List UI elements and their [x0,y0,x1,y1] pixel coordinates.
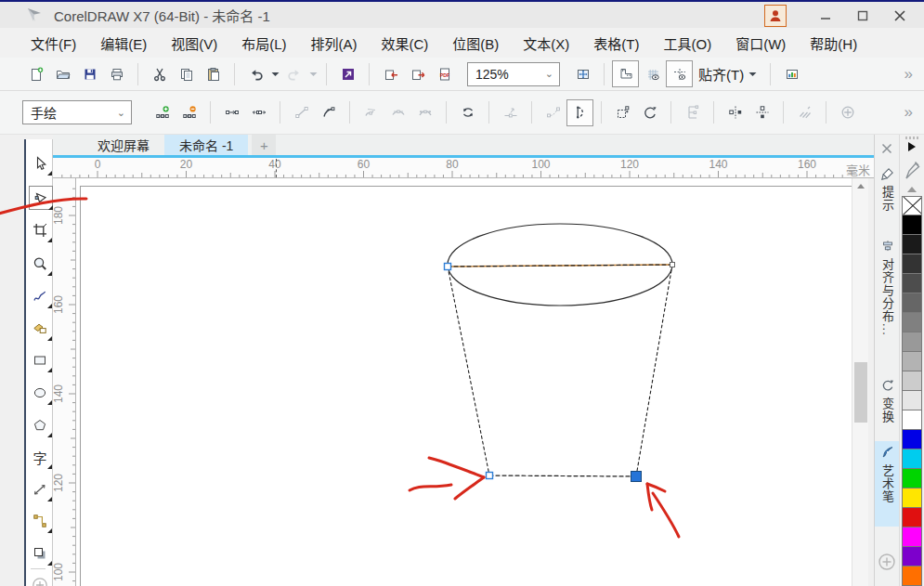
polygon-tool[interactable] [29,414,51,436]
show-grid-button[interactable] [639,60,666,87]
delete-node-button[interactable] [176,99,202,126]
menu-item-11[interactable]: 窗口(W) [723,30,798,57]
color-swatch[interactable] [902,215,922,235]
extract-subpath-button[interactable] [497,99,524,126]
snap-to-dropdown[interactable]: 贴齐(T) [693,64,762,84]
menu-item-4[interactable]: 布局(L) [229,30,298,57]
rotate-nodes-button[interactable] [636,99,663,126]
fullscreen-preview-button[interactable] [569,60,596,87]
color-swatch[interactable] [902,430,922,449]
color-swatch[interactable] [902,332,922,352]
menu-item-1[interactable]: 文件(F) [19,30,88,57]
color-swatch[interactable] [902,274,922,293]
menu-item-3[interactable]: 视图(V) [159,30,229,57]
extend-curve-button[interactable] [540,99,566,126]
new-button[interactable] [22,60,49,87]
stretch-nodes-button[interactable] [609,99,636,126]
menu-item-6[interactable]: 效果(C) [370,30,441,57]
select-all-nodes-button[interactable] [834,99,861,126]
menu-item-9[interactable]: 表格(T) [581,30,651,57]
show-rulers-button[interactable] [612,60,639,87]
new-document-tab-button[interactable]: + [252,135,276,155]
crop-tool[interactable] [29,219,51,241]
text-tool[interactable]: 字 [29,446,51,468]
dimension-tool[interactable] [29,478,51,501]
reflect-v-button[interactable] [748,99,775,126]
color-swatch[interactable] [902,527,922,547]
color-swatch[interactable] [902,488,922,508]
show-guidelines-button[interactable] [666,60,693,87]
zoom-tool[interactable] [29,253,51,275]
color-swatch[interactable] [902,449,922,469]
cut-button[interactable] [146,60,173,87]
toolbar-overflow-button[interactable]: » [904,65,913,84]
print-button[interactable] [103,60,130,87]
export-button[interactable] [404,60,431,87]
pick-tool[interactable] [29,152,51,175]
zoom-level-combobox[interactable]: 125%⌄ [467,62,560,86]
copy-button[interactable] [173,60,200,87]
user-account-button[interactable] [764,5,787,27]
drawing-canvas[interactable] [76,178,852,586]
to-line-button[interactable] [288,99,315,126]
dropdown-caret-icon[interactable] [269,61,280,86]
color-swatch[interactable] [902,469,922,488]
options-button[interactable] [778,60,805,87]
publish-pdf-button[interactable]: PDF [431,60,458,87]
color-swatch[interactable] [902,547,922,566]
color-swatch[interactable] [902,566,922,586]
menu-item-7[interactable]: 位图(B) [440,30,511,57]
to-curve-button[interactable] [315,99,342,126]
save-button[interactable] [76,60,103,87]
color-swatch[interactable] [902,508,922,527]
menu-item-2[interactable]: 编辑(E) [88,30,159,57]
cusp-node-button[interactable] [358,99,384,126]
palette-grip[interactable] [905,137,918,139]
join-nodes-button[interactable] [218,99,245,126]
horizontal-ruler[interactable]: 020406080100120140160 毫米 [53,158,878,178]
elastic-mode-button[interactable] [791,99,818,126]
docker-tab-2[interactable]: 对齐与分布... [875,235,900,367]
close-button[interactable] [881,4,918,28]
close-curve-button[interactable] [566,99,593,126]
preset-combobox[interactable]: 手绘 ⌄ [22,100,132,124]
docker-close-button[interactable] [878,139,896,158]
palette-scroll-up-icon[interactable] [907,187,917,192]
color-swatch[interactable] [902,410,922,430]
smooth-node-button[interactable] [384,99,411,126]
corel-connect-button[interactable] [334,60,361,87]
reverse-direction-button[interactable] [454,99,481,126]
menu-item-8[interactable]: 文本(X) [511,30,581,57]
freehand-tool[interactable] [29,285,51,307]
toolbox-add-button[interactable] [29,574,51,586]
eyedropper-icon[interactable] [904,159,920,181]
break-nodes-button[interactable] [245,99,272,126]
vertical-ruler[interactable]: 180160140120100 [53,178,76,586]
scroll-up-button[interactable] [852,178,869,194]
tab-document-active[interactable]: 未命名 -1 [164,135,248,155]
color-swatch[interactable] [902,352,922,371]
vertical-scrollbar[interactable] [852,178,868,586]
propbar-overflow-button[interactable]: » [904,103,913,122]
menu-item-12[interactable]: 帮助(H) [798,30,869,57]
scrollbar-thumb[interactable] [854,362,867,423]
symmetric-node-button[interactable] [411,99,438,126]
docker-tab-3[interactable]: 变换 [875,374,900,432]
align-nodes-button[interactable] [679,99,706,126]
rectangle-tool[interactable] [29,349,51,371]
undo-button[interactable] [242,60,269,87]
docker-tab-1[interactable]: 提示 [875,163,900,228]
palette-flyout-arrow-icon[interactable] [908,142,916,151]
dropdown-caret-icon[interactable] [307,61,319,86]
smart-fill-tool[interactable] [29,318,51,340]
color-swatch[interactable] [902,371,922,391]
import-button[interactable] [377,60,404,87]
ellipse-tool[interactable] [29,382,51,404]
color-swatch[interactable] [902,254,922,274]
redo-button[interactable] [280,60,307,87]
tab-welcome-screen[interactable]: 欢迎屏幕 [83,135,164,155]
shape-tool[interactable] [29,186,53,210]
color-swatch[interactable] [902,293,922,313]
color-swatch[interactable] [902,391,922,410]
open-button[interactable] [49,60,76,87]
